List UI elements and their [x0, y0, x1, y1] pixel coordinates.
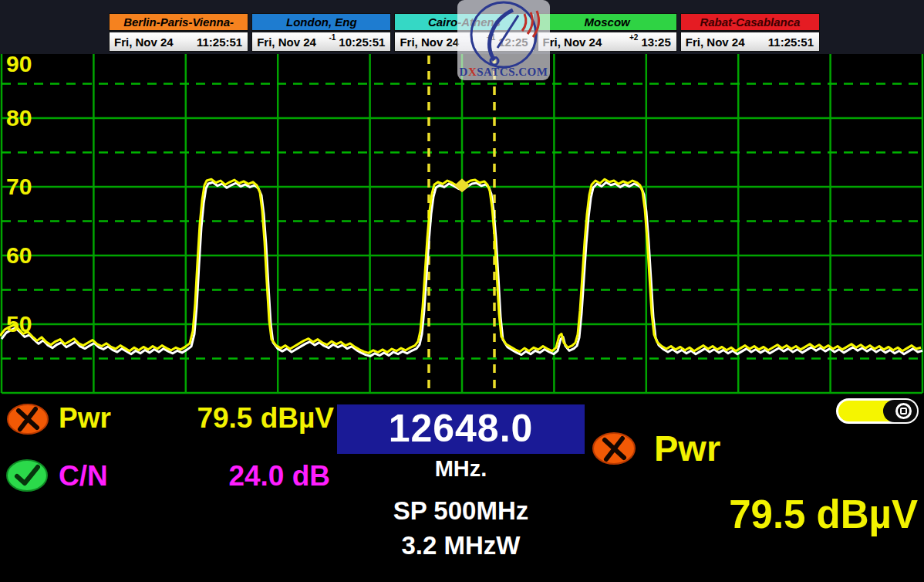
clock-city: Moscow	[538, 13, 677, 31]
clock-city: Berlin-Paris-Vienna-Roma	[109, 13, 248, 31]
y-axis-tick-label: 70	[6, 174, 32, 199]
pwr-big-value: 79.5 dBµV	[729, 492, 918, 537]
clock-date: Fri, Nov 24	[252, 36, 316, 49]
watermark-text: DXSATCS.COM	[457, 66, 550, 79]
clock-cell: Berlin-Paris-Vienna-RomaFri, Nov 2411:25…	[109, 13, 248, 52]
y-axis-tick-label: 80	[6, 105, 32, 130]
clock-cell: Rabat-CasablancaFri, Nov 2411:25:51	[680, 13, 820, 52]
clock-time: 10:25:51	[339, 36, 390, 49]
clock-time-row: Fri, Nov 2411:25:51	[680, 32, 820, 52]
readout-panel: Pwr 79.5 dBµV C/N 24.0 dB 12648.0 MHz. S…	[0, 398, 924, 582]
clock-date: Fri, Nov 24	[395, 36, 459, 49]
clock-date: Fri, Nov 24	[681, 36, 745, 49]
y-axis-tick-label: 90	[6, 52, 32, 76]
pwr2-error-x-icon	[592, 432, 636, 466]
bandwidth-label: 3.2 MHzW	[337, 531, 585, 560]
clock-city: London, Eng	[251, 13, 391, 31]
clock-date: Fri, Nov 24	[110, 36, 174, 49]
spectrum-chart: 9080706050	[0, 52, 924, 397]
pwr-label: Pwr	[59, 402, 111, 435]
peak-marker-icon	[454, 178, 470, 192]
satmeter-screen: Berlin-Paris-Vienna-RomaFri, Nov 2411:25…	[0, 0, 924, 582]
cn-label: C/N	[59, 460, 108, 492]
clock-utc-offset: -1	[329, 33, 339, 42]
clock-time: 13:25	[641, 36, 676, 49]
frequency-unit-label: MHz.	[337, 456, 585, 482]
clock-utc-offset: +2	[629, 33, 641, 42]
clock-time-row: Fri, Nov 2411:25:51	[109, 32, 248, 52]
clock-city: Rabat-Casablanca	[680, 13, 820, 31]
pwr-error-x-icon	[7, 404, 49, 435]
y-axis-tick-label: 50	[6, 311, 32, 337]
power-toggle[interactable]	[836, 398, 919, 424]
dxsatcs-watermark: DXSATCS.COM	[457, 0, 550, 80]
frequency-display[interactable]: 12648.0	[337, 404, 585, 454]
clock-time-row: Fri, Nov 24-110:25:51	[251, 32, 391, 52]
span-label: SP 500MHz	[337, 496, 585, 526]
pwr-big-label: Pwr	[654, 427, 720, 469]
pwr-value: 79.5 dBµV	[197, 402, 334, 435]
live-trace	[0, 179, 921, 353]
y-axis-tick-label: 60	[6, 242, 32, 268]
clock-cell: London, EngFri, Nov 24-110:25:51	[251, 13, 391, 52]
cn-ok-check-icon	[6, 459, 49, 492]
clock-time: 11:25:51	[768, 36, 819, 49]
clock-cell: MoscowFri, Nov 24+213:25	[538, 13, 677, 52]
toggle-knob-icon	[883, 400, 917, 422]
cn-value: 24.0 dB	[228, 460, 330, 492]
clock-time-row: Fri, Nov 24+213:25	[538, 32, 677, 52]
clock-time: 11:25:51	[197, 36, 248, 49]
